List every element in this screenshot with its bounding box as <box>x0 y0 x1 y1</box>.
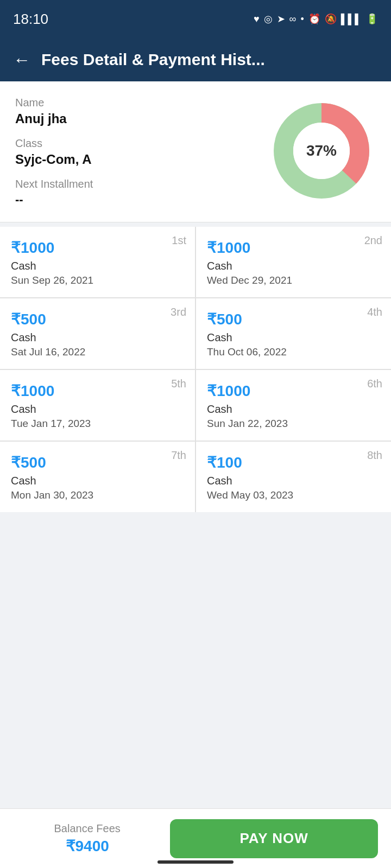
payment-amount: ₹500 <box>207 310 380 328</box>
location-icon: ➤ <box>277 13 285 25</box>
payment-method: Cash <box>11 475 184 487</box>
table-row: 2nd ₹1000 Cash Wed Dec 29, 2021 <box>196 227 391 297</box>
table-row: 8th ₹100 Cash Wed May 03, 2023 <box>196 442 391 512</box>
profile-info: Name Anuj jha Class Syjc-Com, A Next Ins… <box>15 97 267 207</box>
status-icons: ♥ ◎ ➤ ∞ • ⏰ 🔕 ▌▌▌ 🔋 <box>254 13 378 25</box>
name-label: Name <box>15 97 267 109</box>
next-installment-label: Next Installment <box>15 178 267 190</box>
payment-amount: ₹1000 <box>11 382 184 400</box>
class-label: Class <box>15 137 267 150</box>
installment-label: 1st <box>172 234 186 247</box>
next-installment-value: -- <box>15 193 267 207</box>
payment-method: Cash <box>207 331 380 344</box>
table-row: 3rd ₹500 Cash Sat Jul 16, 2022 <box>0 298 195 369</box>
payment-amount: ₹1000 <box>11 239 184 257</box>
payment-method: Cash <box>207 475 380 487</box>
page-title: Fees Detail & Payment Hist... <box>41 50 265 69</box>
payment-date: Sat Jul 16, 2022 <box>11 346 184 358</box>
wifi-icon: ♥ <box>254 14 260 25</box>
payment-amount: ₹500 <box>11 310 184 328</box>
table-row: 6th ₹1000 Cash Sun Jan 22, 2023 <box>196 370 391 441</box>
donut-chart: 37% <box>267 97 376 205</box>
balance-section: Balance Fees ₹9400 <box>13 822 161 855</box>
installment-label: 5th <box>171 378 186 390</box>
alarm-icon: ⏰ <box>308 13 320 25</box>
payment-amount: ₹500 <box>11 454 184 471</box>
class-value: Syjc-Com, A <box>15 152 267 167</box>
balance-label: Balance Fees <box>13 822 161 835</box>
payment-amount: ₹100 <box>207 454 380 471</box>
payment-method: Cash <box>11 260 184 272</box>
table-row: 7th ₹500 Cash Mon Jan 30, 2023 <box>0 442 195 512</box>
payment-date: Wed Dec 29, 2021 <box>207 275 380 286</box>
table-row: 4th ₹500 Cash Thu Oct 06, 2022 <box>196 298 391 369</box>
battery-icon: 🔋 <box>366 13 378 25</box>
installment-label: 7th <box>171 449 186 462</box>
infinity-icon: ∞ <box>289 14 297 25</box>
pay-now-button[interactable]: PAY NOW <box>170 819 378 858</box>
payment-amount: ₹1000 <box>207 382 380 400</box>
profile-card: Name Anuj jha Class Syjc-Com, A Next Ins… <box>0 81 391 222</box>
payment-date: Thu Oct 06, 2022 <box>207 346 380 358</box>
page-header: ← Fees Detail & Payment Hist... <box>0 38 391 81</box>
mute-icon: 🔕 <box>325 13 337 25</box>
payment-method: Cash <box>11 331 184 344</box>
installment-label: 4th <box>367 306 382 318</box>
chart-percent: 37% <box>306 142 337 159</box>
payment-method: Cash <box>207 403 380 416</box>
status-time: 18:10 <box>13 11 48 28</box>
payment-date: Tue Jan 17, 2023 <box>11 418 184 430</box>
payment-grid: 1st ₹1000 Cash Sun Sep 26, 2021 2nd ₹100… <box>0 227 391 512</box>
home-indicator <box>157 860 234 864</box>
balance-amount: ₹9400 <box>13 837 161 855</box>
back-button[interactable]: ← <box>13 50 30 70</box>
bottom-bar: Balance Fees ₹9400 PAY NOW <box>0 808 391 868</box>
table-row: 5th ₹1000 Cash Tue Jan 17, 2023 <box>0 370 195 441</box>
payment-amount: ₹1000 <box>207 239 380 257</box>
whatsapp-icon: ◎ <box>264 13 273 25</box>
signal-icon: ▌▌▌ <box>341 14 362 25</box>
payment-method: Cash <box>11 403 184 416</box>
payment-date: Sun Sep 26, 2021 <box>11 275 184 286</box>
status-bar: 18:10 ♥ ◎ ➤ ∞ • ⏰ 🔕 ▌▌▌ 🔋 <box>0 0 391 38</box>
payment-date: Mon Jan 30, 2023 <box>11 489 184 501</box>
installment-label: 2nd <box>364 234 382 247</box>
table-row: 1st ₹1000 Cash Sun Sep 26, 2021 <box>0 227 195 297</box>
payment-date: Wed May 03, 2023 <box>207 489 380 501</box>
payment-date: Sun Jan 22, 2023 <box>207 418 380 430</box>
installment-label: 3rd <box>171 306 186 318</box>
name-value: Anuj jha <box>15 111 267 126</box>
payment-method: Cash <box>207 260 380 272</box>
dot-icon: • <box>300 14 304 25</box>
installment-label: 8th <box>367 449 382 462</box>
installment-label: 6th <box>367 378 382 390</box>
